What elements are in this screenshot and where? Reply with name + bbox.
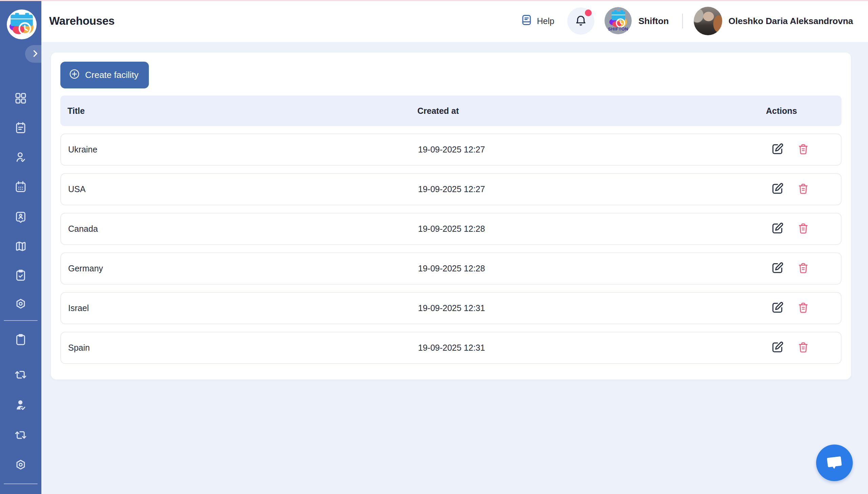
edit-button[interactable] [771,301,784,316]
top-header: Warehouses Help [41,0,868,42]
row-actions-cell [765,222,841,236]
clipboard-check-icon [14,269,27,283]
chat-widget-button[interactable] [816,444,853,481]
map-icon [14,240,27,254]
edit-pencil-icon [771,341,784,355]
row-actions-cell [765,301,841,316]
edit-pencil-icon [771,182,784,196]
sidebar-expand-button[interactable] [25,45,41,63]
row-created-cell: 19-09-2025 12:28 [418,264,765,273]
row-actions-cell [765,341,841,355]
create-facility-button[interactable]: Create facility [60,62,149,89]
edit-pencil-icon [771,301,784,316]
sidebar-item-reports[interactable] [13,332,28,347]
svg-text:SHIFTON: SHIFTON [608,26,628,32]
bell-icon [574,14,587,28]
sidebar-item-approvals[interactable] [13,398,28,413]
sidebar-item-rotations[interactable] [13,428,28,443]
row-title-cell: Ukraine [61,145,418,154]
user-check-icon [14,151,27,165]
app-window: Warehouses Help [0,0,868,494]
user-name: Oleshko Daria Aleksandrovna [728,16,853,26]
row-actions-cell [765,261,841,276]
row-actions-cell [765,142,841,157]
user-menu-button[interactable]: Oleshko Daria Aleksandrovna [694,7,853,35]
shifton-calendar-clock-logo-icon [7,35,37,40]
shifton-logo-icon: SHIFTON [605,7,632,35]
delete-button[interactable] [797,222,809,235]
window-top-edge [0,0,868,1]
table-row: USA 19-09-2025 12:27 [60,173,842,205]
trash-icon [797,222,809,235]
trash-icon [797,183,809,196]
user-check-filled-icon [14,398,27,412]
row-created-cell: 19-09-2025 12:27 [418,184,765,194]
circle-plus-icon [69,69,80,82]
table-row: Spain 19-09-2025 12:31 [60,332,842,364]
content-area: Create facility Title Created at Actions… [41,42,868,494]
trash-icon [797,143,809,156]
workspace-button[interactable]: SHIFTON Shifton [605,7,669,35]
row-title-cell: Canada [61,224,418,234]
row-title-cell: Germany [61,264,418,273]
column-header-title: Title [60,106,418,116]
trash-icon [797,302,809,315]
delete-button[interactable] [797,341,809,355]
table-row: Ukraine 19-09-2025 12:27 [60,133,842,166]
table-row: Canada 19-09-2025 12:28 [60,213,842,245]
repeat-icon [14,368,27,382]
sidebar-item-tasks[interactable] [13,268,28,283]
column-header-actions: Actions [766,106,842,116]
table-row: Germany 19-09-2025 12:28 [60,252,842,285]
notepad-icon [14,121,27,135]
brand-name: Shifton [639,16,669,26]
edit-pencil-icon [771,261,784,276]
chevron-right-icon [30,49,40,60]
warehouses-card: Create facility Title Created at Actions… [51,53,851,379]
create-facility-label: Create facility [85,70,139,80]
sidebar-item-map[interactable] [13,239,28,254]
row-actions-cell [765,182,841,196]
delete-button[interactable] [797,262,809,275]
row-created-cell: 19-09-2025 12:27 [418,145,765,154]
header-divider [682,14,683,28]
user-avatar [694,7,722,35]
edit-button[interactable] [771,182,784,196]
row-title-cell: Spain [61,343,418,353]
sidebar-item-shift-exchange[interactable] [13,368,28,382]
sidebar-item-dashboard[interactable] [13,91,28,106]
help-button[interactable]: Help [520,14,554,28]
edit-button[interactable] [771,142,784,157]
delete-button[interactable] [797,183,809,196]
sidebar-item-settings[interactable] [13,297,28,312]
trash-icon [797,262,809,275]
sidebar [0,0,41,494]
sidebar-item-calendar[interactable] [13,179,28,194]
trash-icon [797,341,809,355]
sidebar-item-contacts[interactable] [13,210,28,225]
app-logo[interactable] [7,10,37,39]
row-title-cell: Israel [61,303,418,313]
sidebar-item-schedules[interactable] [13,121,28,135]
grid-icon [14,92,27,106]
help-label: Help [537,16,554,26]
chat-bubble-icon [825,453,844,473]
header-right-group: Help [520,7,853,35]
delete-button[interactable] [797,302,809,315]
row-title-cell: USA [61,184,418,194]
column-header-created-at: Created at [418,106,766,116]
table-row: Israel 19-09-2025 12:31 [60,292,842,324]
help-book-icon [520,14,533,28]
notification-dot [585,10,592,16]
edit-button[interactable] [771,341,784,355]
edit-button[interactable] [771,261,784,276]
clipboard-icon [14,333,27,347]
sidebar-item-employees[interactable] [13,150,28,165]
page-title: Warehouses [49,15,115,27]
edit-button[interactable] [771,222,784,236]
row-created-cell: 19-09-2025 12:31 [418,303,765,313]
row-created-cell: 19-09-2025 12:28 [418,224,765,234]
notifications-button[interactable] [567,7,594,35]
delete-button[interactable] [797,143,809,156]
sidebar-item-preferences[interactable] [13,458,28,473]
